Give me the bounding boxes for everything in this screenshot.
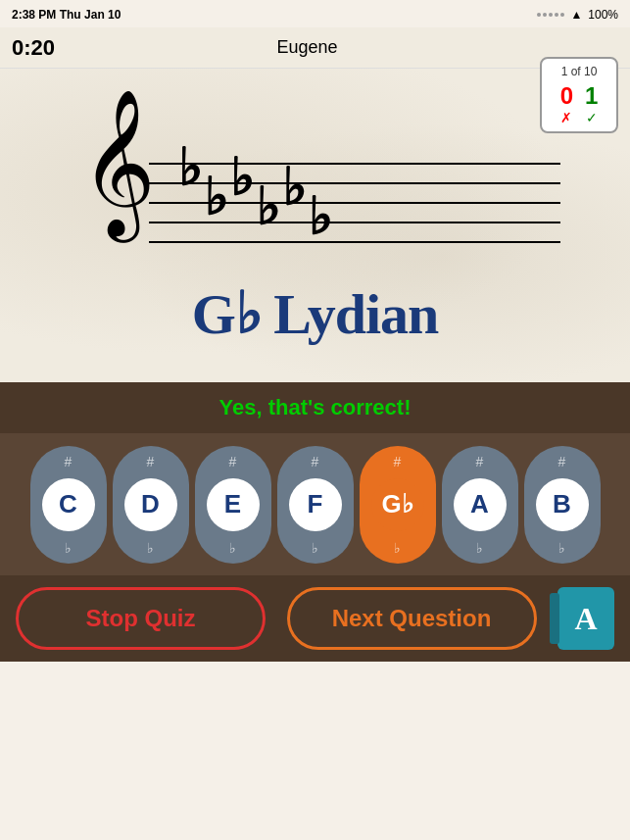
header-title: Eugene <box>276 37 337 58</box>
score-of-label: 1 of 10 <box>552 65 606 78</box>
key-circle-A: A <box>454 478 507 531</box>
notebook-letter: A <box>574 601 597 637</box>
key-label-F: F <box>308 489 323 519</box>
key-circle-Gb: G♭ <box>371 478 424 531</box>
key-circle-F: F <box>289 478 342 531</box>
staff-line-3 <box>149 202 560 204</box>
right-score: 1 ✓ <box>585 82 598 125</box>
staff-lines <box>149 163 560 243</box>
key-label-A: A <box>470 489 489 519</box>
key-sharp-C: # <box>65 454 73 469</box>
wrong-score: 0 ✗ <box>560 82 573 125</box>
key-button-B[interactable]: # B ♭ <box>524 446 601 564</box>
key-circle-E: E <box>207 478 260 531</box>
signal-icon <box>537 13 564 17</box>
key-circle-C: C <box>42 478 95 531</box>
key-button-C[interactable]: # C ♭ <box>30 446 107 564</box>
key-flat-F: ♭ <box>312 540 318 556</box>
key-button-Gb[interactable]: # G♭ ♭ <box>360 446 436 564</box>
key-label-E: E <box>224 489 241 519</box>
key-sharp-Gb: # <box>394 454 402 469</box>
header: 0:20 Eugene <box>0 27 630 69</box>
timer-display: 0:20 <box>12 35 55 61</box>
key-label-C: C <box>59 489 77 519</box>
keys-area[interactable]: # C ♭ # D ♭ # E ♭ # F ♭ # G♭ ♭ # A <box>0 433 630 575</box>
treble-clef-icon: 𝄞 <box>80 99 156 226</box>
status-time: 2:38 PM Thu Jan 10 <box>12 8 121 22</box>
feedback-area: Yes, that's correct! <box>0 382 630 433</box>
status-right: ▲ 100% <box>537 8 618 22</box>
battery-level: 100% <box>588 8 618 22</box>
staff-line-4 <box>149 222 560 223</box>
wifi-icon: ▲ <box>570 8 582 22</box>
status-bar: 2:38 PM Thu Jan 10 ▲ 100% <box>0 0 630 27</box>
stop-quiz-button[interactable]: Stop Quiz <box>16 587 266 650</box>
staff-line-5 <box>149 241 560 243</box>
key-circle-D: D <box>124 478 177 531</box>
staff-line-1 <box>149 163 560 165</box>
key-flat-E: ♭ <box>229 540 236 556</box>
key-label-D: D <box>141 489 160 519</box>
music-area: 𝄞 ♭ ♭ ♭ ♭ ♭ ♭ G♭ Lydian <box>0 69 630 382</box>
key-sharp-D: # <box>147 454 155 469</box>
key-label-B: B <box>553 489 571 519</box>
key-button-E[interactable]: # E ♭ <box>195 446 271 564</box>
score-badge: 1 of 10 0 ✗ 1 ✓ <box>540 57 618 133</box>
staff-line-2 <box>149 182 560 184</box>
key-sharp-E: # <box>229 454 237 469</box>
key-sharp-F: # <box>312 454 319 469</box>
feedback-message: Yes, that's correct! <box>219 395 412 420</box>
key-flat-Gb: ♭ <box>394 540 401 556</box>
key-circle-B: B <box>536 478 589 531</box>
key-button-D[interactable]: # D ♭ <box>113 446 189 564</box>
key-button-A[interactable]: # A ♭ <box>442 446 518 564</box>
key-flat-A: ♭ <box>476 540 483 556</box>
key-sharp-A: # <box>476 454 484 469</box>
key-sharp-B: # <box>558 454 566 469</box>
key-flat-B: ♭ <box>558 540 565 556</box>
notebook-icon[interactable]: A <box>557 587 614 650</box>
key-flat-C: ♭ <box>65 540 72 556</box>
key-button-F[interactable]: # F ♭ <box>277 446 354 564</box>
key-flat-D: ♭ <box>147 540 154 556</box>
bottom-area: Stop Quiz Next Question A <box>0 575 630 662</box>
staff-container: 𝄞 ♭ ♭ ♭ ♭ ♭ ♭ <box>71 114 560 271</box>
scale-name-display: G♭ Lydian <box>192 280 439 347</box>
score-numbers: 0 ✗ 1 ✓ <box>552 82 606 125</box>
key-label-Gb: G♭ <box>381 489 412 519</box>
next-question-button[interactable]: Next Question <box>287 587 537 650</box>
